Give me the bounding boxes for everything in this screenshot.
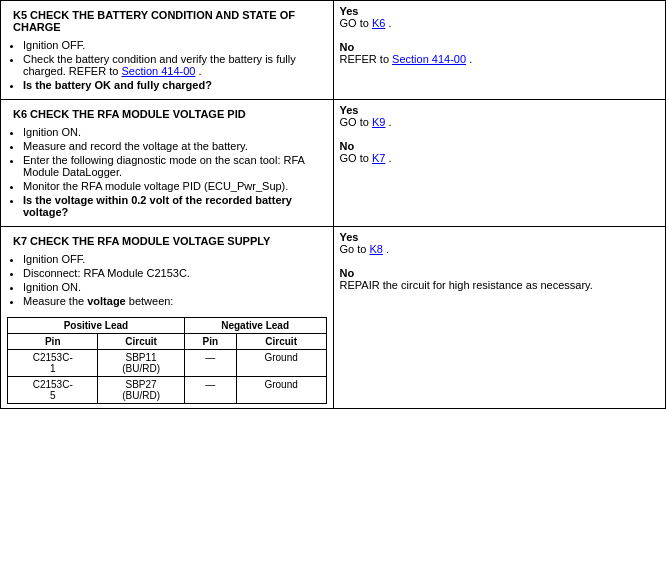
k6-left: K6 CHECK THE RFA MODULE VOLTAGE PID Igni… [1,100,334,227]
k6-no-block: No GO to K7 . [340,140,660,164]
k6-k7-link[interactable]: K7 [372,152,385,164]
k5-header: K5 CHECK THE BATTERY CONDITION AND STATE… [7,5,327,37]
section-k5-row: K5 CHECK THE BATTERY CONDITION AND STATE… [1,1,666,100]
k5-no-label: No [340,41,355,53]
k7-table-subheader-row: Pin Circuit Pin Circuit [8,334,327,350]
k5-step-3: Is the battery OK and fully charged? [23,79,327,91]
k7-table-row-2: C2153C-5 SBP27(BU/RD) — Ground [8,377,327,404]
k7-positive-header: Positive Lead [8,318,185,334]
k5-section414-link[interactable]: Section 414-00 [121,65,195,77]
k7-table-header-row: Positive Lead Negative Lead [8,318,327,334]
k6-step-3: Enter the following diagnostic mode on t… [23,154,327,178]
k7-left: K7 CHECK THE RFA MODULE VOLTAGE SUPPLY I… [1,227,334,409]
k6-no-label: No [340,140,355,152]
k7-row1-pos-circuit: SBP11(BU/RD) [98,350,184,377]
k5-yes-label: Yes [340,5,359,17]
k7-row2-neg-pin: — [184,377,236,404]
k6-step-2: Measure and record the voltage at the ba… [23,140,327,152]
k7-table-row-1: C2153C-1 SBP11(BU/RD) — Ground [8,350,327,377]
k5-left: K5 CHECK THE BATTERY CONDITION AND STATE… [1,1,334,100]
k5-steps: Ignition OFF. Check the battery conditio… [23,37,327,95]
k5-step-2: Check the battery condition and verify t… [23,53,327,77]
k5-section414-no-link[interactable]: Section 414-00 [392,53,466,65]
k6-yes-block: Yes GO to K9 . [340,104,660,128]
section-k6-row: K6 CHECK THE RFA MODULE VOLTAGE PID Igni… [1,100,666,227]
k7-k8-link[interactable]: K8 [369,243,382,255]
k6-step-1: Ignition ON. [23,126,327,138]
k7-measurement-table: Positive Lead Negative Lead Pin Circuit … [7,317,327,404]
k7-no-block: No REPAIR the circuit for high resistanc… [340,267,660,291]
k6-step-4: Monitor the RFA module voltage PID (ECU_… [23,180,327,192]
k7-header: K7 CHECK THE RFA MODULE VOLTAGE SUPPLY [7,231,327,251]
k7-step-3: Ignition ON. [23,281,327,293]
k7-pos-pin-header: Pin [8,334,98,350]
k7-steps: Ignition OFF. Disconnect: RFA Module C21… [23,251,327,311]
k7-pos-circuit-header: Circuit [98,334,184,350]
k6-k9-link[interactable]: K9 [372,116,385,128]
k5-right: Yes GO to K6 . No REFER to Section 414-0… [333,1,666,100]
k7-step-4: Measure the voltage between: [23,295,327,307]
k6-yes-label: Yes [340,104,359,116]
k7-step-2: Disconnect: RFA Module C2153C. [23,267,327,279]
k7-row1-neg-circuit: Ground [236,350,326,377]
k5-no-block: No REFER to Section 414-00 . [340,41,660,65]
k7-row2-neg-circuit: Ground [236,377,326,404]
section-k7-row: K7 CHECK THE RFA MODULE VOLTAGE SUPPLY I… [1,227,666,409]
diagnostic-table: K5 CHECK THE BATTERY CONDITION AND STATE… [0,0,666,409]
k5-yes-block: Yes GO to K6 . [340,5,660,29]
k7-no-label: No [340,267,355,279]
k7-yes-label: Yes [340,231,359,243]
k6-right: Yes GO to K9 . No GO to K7 . [333,100,666,227]
k7-row2-pos-pin: C2153C-5 [8,377,98,404]
k7-neg-pin-header: Pin [184,334,236,350]
k6-steps: Ignition ON. Measure and record the volt… [23,124,327,222]
k7-right: Yes Go to K8 . No REPAIR the circuit for… [333,227,666,409]
k7-neg-circuit-header: Circuit [236,334,326,350]
k5-k6-link[interactable]: K6 [372,17,385,29]
k6-step-5: Is the voltage within 0.2 volt of the re… [23,194,327,218]
k7-row1-neg-pin: — [184,350,236,377]
k6-header: K6 CHECK THE RFA MODULE VOLTAGE PID [7,104,327,124]
k7-row2-pos-circuit: SBP27(BU/RD) [98,377,184,404]
k5-step-1: Ignition OFF. [23,39,327,51]
k7-step-1: Ignition OFF. [23,253,327,265]
k7-row1-pos-pin: C2153C-1 [8,350,98,377]
k7-yes-block: Yes Go to K8 . [340,231,660,255]
k7-negative-header: Negative Lead [184,318,326,334]
